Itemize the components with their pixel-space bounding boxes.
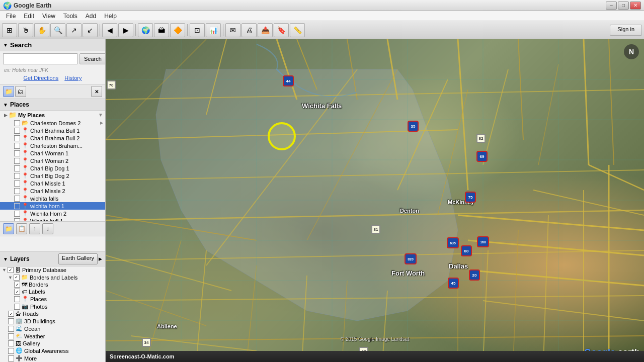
layer-gallery[interactable]: 🖼 Gallery [0,340,105,347]
toolbar-polygon-btn[interactable]: 🔶 [170,23,185,37]
places-item-charl-brahma-bull-1[interactable]: 📍 Charl Brahma Bull 1 [0,127,105,134]
checkbox-icon[interactable] [14,211,20,217]
places-collapse-arrow[interactable]: ▼ [3,102,8,108]
places-root-item[interactable]: ▶ 📁 My Places ▼ [0,111,105,119]
scroll-right-icon[interactable]: ▶ [100,121,103,125]
close-button[interactable]: ✕ [630,2,641,10]
places-item-charl-big-dog-1[interactable]: 📍 Charl Big Dog 1 [0,164,105,172]
layer-places[interactable]: 📍 Places [0,295,105,303]
checkbox-icon[interactable] [14,304,20,310]
places-item-wichita-horn-1[interactable]: 📍 wichita horn 1 [0,202,105,210]
checkbox-icon[interactable] [14,203,20,209]
layer-borders[interactable]: ✓ 🗺 Borders [0,281,105,288]
checkbox-icon[interactable] [8,326,14,332]
toolbar-chart-btn[interactable]: 📊 [206,23,221,37]
layer-3d-buildings[interactable]: 🏢 3D Buildings [0,317,105,325]
checkbox-icon[interactable] [14,120,20,126]
toolbar-bookmark-btn[interactable]: 🔖 [274,23,289,37]
toolbar-ne-btn[interactable]: ↗ [66,23,82,37]
menu-view[interactable]: View [38,12,59,21]
checkbox-icon[interactable] [14,180,20,187]
checkbox-icon[interactable] [8,340,14,346]
minimize-button[interactable]: – [606,2,617,10]
places-item-wichita-falls[interactable]: 📍 wichita falls [0,195,105,202]
scroll-down-icon[interactable]: ▼ [98,112,103,118]
places-item-wichita-bull-1[interactable]: 📍 Wichita bull 1 [0,217,105,221]
toolbar-email-btn[interactable]: ✉ [225,23,240,37]
places-list-btn[interactable]: 📋 [16,223,27,234]
menu-file[interactable]: File [2,12,20,21]
places-item-charl-big-dog-2[interactable]: 📍 Charl Big Dog 2 [0,172,105,179]
places-header[interactable]: ▼ Places [0,99,105,111]
layer-more[interactable]: ➕ More [0,354,105,362]
panel-folder-btn[interactable]: 📁 [3,86,14,97]
toolbar-print-btn[interactable]: 🖨 [242,23,257,37]
places-move-down-btn[interactable]: ↓ [42,223,53,234]
search-header[interactable]: ▼ Search [0,39,105,51]
toolbar-upload-btn[interactable]: 📤 [258,23,273,37]
search-button[interactable]: Search [79,53,106,64]
get-directions-link[interactable]: Get Directions [24,75,59,81]
places-item-charl-woman-1[interactable]: 📍 Charl Woman 1 [0,149,105,157]
layer-photos[interactable]: 📷 Photos [0,303,105,310]
checkbox-icon[interactable] [14,218,20,222]
menu-add[interactable]: Add [82,12,100,21]
toolbar-back-btn[interactable]: ◀ [102,23,117,37]
checkbox-icon[interactable] [8,355,14,361]
checkbox-icon[interactable] [14,173,20,179]
layer-labels[interactable]: ✓ 🏷 Labels [0,288,105,295]
places-item-charleston-domes-2[interactable]: 📂 Charleston Domes 2 ▶ [0,119,105,127]
checkbox-icon[interactable] [8,333,14,339]
layer-borders-labels[interactable]: ▼ ✓ 📁 Borders and Labels [0,274,105,281]
history-link[interactable]: History [64,75,82,81]
menu-help[interactable]: Help [100,12,121,21]
menu-edit[interactable]: Edit [20,12,38,21]
panel-list-btn[interactable]: 🗂 [15,86,26,97]
toolbar-nav-btn[interactable]: 🖱 [18,23,33,37]
earth-gallery-btn[interactable]: Earth Gallery [58,253,98,264]
places-move-up-btn[interactable]: ↑ [29,223,40,234]
toolbar-sw-btn[interactable]: ↙ [83,23,98,37]
toolbar-forward-btn[interactable]: ▶ [118,23,133,37]
checkbox-icon[interactable]: ✓ [14,275,20,281]
checkbox-icon[interactable] [14,165,20,171]
places-item-charl-missle-1[interactable]: 📍 Charl Missle 1 [0,179,105,187]
signin-button[interactable]: Sign in [610,25,642,36]
checkbox-icon[interactable] [14,150,20,156]
checkbox-icon[interactable]: ✓ [14,282,20,288]
checkbox-icon[interactable]: ✓ [8,267,14,273]
places-item-charl-woman-2[interactable]: 📍 Charl Woman 2 [0,157,105,164]
layer-weather[interactable]: ⛅ Weather [0,332,105,340]
checkbox-icon[interactable] [14,188,20,194]
checkbox-icon[interactable]: ✓ [14,289,20,295]
places-item-wichita-horn-2[interactable]: 📍 Wichita Horn 2 [0,210,105,217]
checkbox-icon[interactable]: ✓ [8,311,14,317]
menu-tools[interactable]: Tools [59,12,82,21]
layers-collapse-arrow[interactable]: ▼ [3,256,8,262]
checkbox-icon[interactable] [14,158,20,164]
checkbox-icon[interactable] [14,296,20,302]
checkbox-icon[interactable] [14,128,20,134]
toolbar-pan-btn[interactable]: ✋ [34,23,49,37]
search-input[interactable] [3,53,77,64]
checkbox-icon[interactable] [14,143,20,149]
maximize-button[interactable]: □ [618,2,629,10]
checkbox-icon[interactable] [8,348,14,354]
places-item-charl-missle-2[interactable]: 📍 Charl Missle 2 [0,187,105,195]
layer-ocean[interactable]: 🌊 Ocean [0,325,105,332]
map-area[interactable]: Wichita Falls Denton McKinney Fort Worth… [106,39,644,362]
toolbar-grid-btn[interactable]: ⊡ [190,23,205,37]
checkbox-icon[interactable] [8,318,14,324]
places-folder-btn[interactable]: 📁 [3,223,14,234]
toolbar-terrain-btn[interactable]: 🏔 [154,23,169,37]
layer-primary-db[interactable]: ▼ ✓ 🗄 Primary Database [0,266,105,274]
layer-roads[interactable]: ✓ 🛣 Roads [0,310,105,317]
search-collapse-arrow[interactable]: ▼ [3,42,8,48]
toolbar-view-btn[interactable]: ⊞ [2,23,17,37]
places-item-charl-brahma-bull-2[interactable]: 📍 Charl Brahma Bull 2 [0,134,105,142]
toolbar-zoom-btn[interactable]: 🔍 [50,23,65,37]
checkbox-icon[interactable] [14,135,20,141]
toolbar-earth-btn[interactable]: 🌍 [138,23,153,37]
toolbar-measure-btn[interactable]: 📏 [290,23,305,37]
places-item-charleston-braham[interactable]: 📍 Charleston Braham... [0,142,105,149]
